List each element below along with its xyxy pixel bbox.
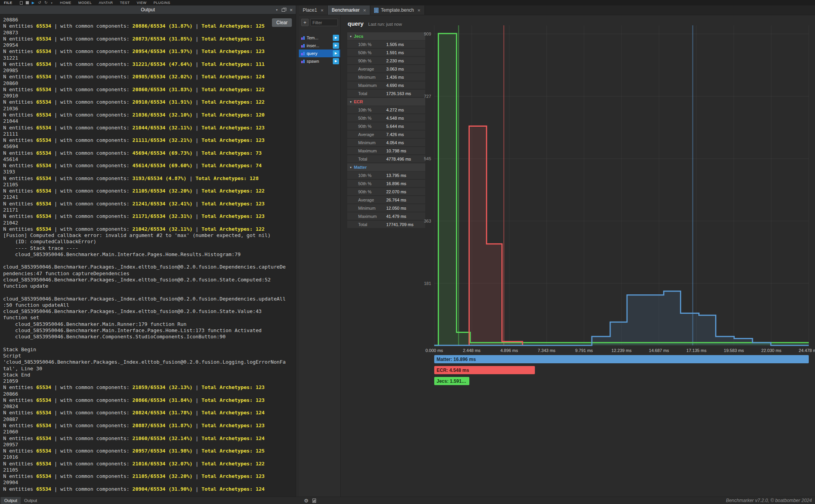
console-line: N entities 65534 | with common component… — [3, 163, 296, 169]
clear-output-button[interactable]: Clear — [272, 18, 292, 27]
console-line: cloud_5853950046.Benchmarker.Components.… — [3, 334, 296, 340]
export-report-icon[interactable] — [313, 499, 316, 503]
tab-close-icon[interactable]: × — [363, 7, 366, 13]
console-line: function set — [3, 315, 296, 321]
play-icon[interactable]: ▶ — [32, 1, 35, 5]
tab-close-icon[interactable]: × — [417, 7, 421, 13]
toolbar-quick-access: ▶ ↺ ↻ ▾ — [20, 1, 53, 5]
tab-template-bench[interactable]: Template.bench× — [370, 5, 424, 15]
menu-file[interactable]: FILE — [4, 1, 16, 5]
tab-close-icon[interactable]: × — [321, 7, 324, 13]
stats-section-name: Matter — [354, 165, 367, 170]
console-line: N entities 65534 | with common component… — [3, 473, 296, 479]
stat-value: 41.479 ms — [386, 214, 406, 219]
chevron-down-icon: ▾ — [350, 35, 352, 38]
save-icon[interactable] — [26, 1, 29, 4]
console-line: N entities 65534 | with common component… — [3, 36, 296, 42]
console-line: ---- Stack trace ---- — [3, 245, 296, 251]
stat-label: Maximum — [347, 149, 377, 153]
series-fill-ecr — [469, 126, 522, 345]
panel-splitter[interactable] — [296, 5, 299, 497]
float-window-icon[interactable] — [282, 9, 285, 12]
console-line: 31221 — [3, 55, 296, 61]
benchmark-icon — [301, 59, 305, 64]
bench-item-tem[interactable]: Tem...▶ — [299, 34, 340, 42]
dock-tab-output-0[interactable]: Output — [1, 497, 21, 504]
console-line: N entities 65534 | with common component… — [3, 99, 296, 105]
new-file-icon[interactable] — [20, 1, 23, 5]
bench-item-label: inser... — [307, 43, 319, 48]
stat-value: 4.548 ms — [386, 116, 404, 120]
stat-value: 1.591 ms — [386, 50, 404, 55]
y-tick-label: 909 — [424, 32, 431, 36]
legend-bar-ecr: ECR: 4.548 ms — [434, 366, 535, 374]
redo-icon[interactable]: ↻ — [44, 1, 48, 5]
console-line: N entities 65534 | with common component… — [3, 410, 296, 416]
run-benchmark-button[interactable]: ▶ — [333, 35, 339, 41]
bench-item-query[interactable]: query▶ — [299, 50, 340, 57]
console-line: 20904 — [3, 479, 296, 486]
tab-place1[interactable]: Place1× — [299, 5, 328, 15]
legend-bar-matter: Matter: 16.896 ms — [434, 355, 809, 363]
console-line: N entities 65534 | with common component… — [3, 213, 296, 219]
stat-label: Maximum — [347, 214, 377, 219]
console-line: 20824 — [3, 403, 296, 410]
console-line: N entities 65534 | with common component… — [3, 461, 296, 467]
histogram-svg: 1813635457279090.000 ms2.448 ms4.896 ms7… — [407, 15, 815, 354]
y-tick-label: 727 — [424, 94, 431, 99]
menu-model[interactable]: MODEL — [75, 1, 96, 5]
chevron-down-icon[interactable]: ▾ — [51, 2, 53, 4]
bench-item-spawn[interactable]: spawn▶ — [299, 57, 340, 65]
menu-test[interactable]: TEST — [117, 1, 133, 5]
run-benchmark-button[interactable]: ▶ — [333, 42, 339, 49]
x-tick-label: 17.135 ms — [686, 348, 707, 353]
x-tick-label: 12.239 ms — [611, 348, 632, 353]
console-line: 21059 — [3, 378, 296, 384]
console-line: Stack End — [3, 372, 296, 378]
console-line: 20866 — [3, 391, 296, 397]
x-tick-label: 7.343 ms — [538, 348, 556, 353]
console-line: 21105 — [3, 467, 296, 473]
stat-value: 2.230 ms — [386, 58, 404, 63]
bench-item-label: spawn — [307, 59, 319, 64]
console-line: N entities 65534 | with common component… — [3, 448, 296, 454]
benchmark-icon — [301, 36, 305, 40]
add-benchmark-button[interactable]: + — [301, 19, 309, 26]
menu-home[interactable]: HOME — [57, 1, 75, 5]
stat-label: Total — [347, 157, 367, 161]
panel-dropdown-icon[interactable]: ▾ — [276, 8, 277, 12]
x-tick-label: 2.448 ms — [463, 348, 481, 353]
filter-input[interactable] — [310, 19, 338, 26]
dock-tabs: OutputOutput — [1, 497, 41, 504]
stat-label: 50th % — [347, 50, 371, 55]
run-benchmark-button[interactable]: ▶ — [333, 50, 339, 57]
gear-icon[interactable]: ⚙ — [304, 498, 309, 503]
console-line: cloud_5853950046.Benchmarker.Main.Interf… — [3, 327, 296, 334]
x-tick-label: 4.896 ms — [500, 348, 518, 353]
undo-icon[interactable]: ↺ — [38, 1, 41, 5]
console-log[interactable]: 20886N entities 65534 | with common comp… — [0, 14, 296, 497]
menu-view[interactable]: VIEW — [133, 1, 150, 5]
legend-bar-jecs: Jecs: 1.591 ms — [434, 377, 469, 385]
y-tick-label: 545 — [424, 156, 431, 161]
y-tick-label: 363 — [424, 219, 431, 223]
stat-label: Maximum — [347, 83, 377, 88]
legend-label: Jecs: 1.591 ms — [437, 378, 467, 384]
console-line: cloud_5853950046.Benchmarker.Packages._I… — [3, 296, 296, 302]
bench-item-inser[interactable]: inser...▶ — [299, 42, 340, 50]
console-line: cloud_5853950046.Benchmarker.Main.Runner… — [3, 321, 296, 327]
console-line: cloud_5853950046.Benchmarker.Main.Interf… — [3, 251, 296, 258]
console-line: 21111 — [3, 131, 296, 137]
chart-legend: Matter: 16.896 msECR: 4.548 msJecs: 1.59… — [434, 355, 809, 388]
dock-tab-output-1[interactable]: Output — [21, 497, 41, 504]
run-benchmark-button[interactable]: ▶ — [333, 58, 339, 64]
console-line: 20954 — [3, 42, 296, 48]
close-icon[interactable]: × — [289, 7, 293, 12]
menu-avatar[interactable]: AVATAR — [95, 1, 116, 5]
stat-value: 7.426 ms — [386, 132, 404, 137]
menu-plugins[interactable]: PLUGINS — [150, 1, 174, 5]
benchmark-icon — [301, 44, 305, 48]
stat-label: 10th % — [347, 173, 371, 178]
tab-benchmarker[interactable]: Benchmarker× — [328, 5, 370, 15]
console-line: N entities 65534 | with common component… — [3, 87, 296, 93]
